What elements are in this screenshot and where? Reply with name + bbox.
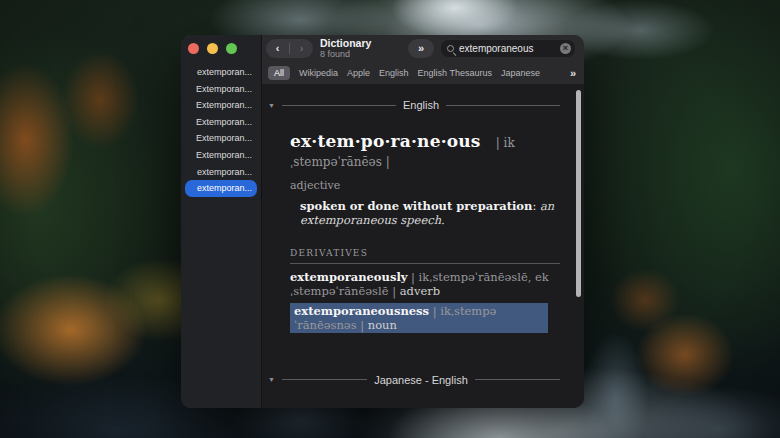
definition-content: ▼ English ex·tem·po·ra·ne·ous | ikˌstemp… [262,85,584,408]
back-button[interactable]: ‹ [266,39,289,58]
window-header: ‹ › Dictionary 8 found » × All Wiki [262,35,584,85]
section-label: English [403,99,439,111]
results-sidebar: extemporan... Extemporan... Extemporan..… [181,35,262,408]
derivative-word: extemporaneousness [294,304,429,318]
results-list: extemporan... Extemporan... Extemporan..… [181,64,261,197]
headword-row: ex·tem·po·ra·ne·ous | ikˌstempəˈrānēəs | [290,131,560,170]
derivative-entry: extemporaneously | ikˌstempəˈrānēəslē, e… [290,270,575,299]
title-block: Dictionary 8 found [320,38,371,60]
section-header-english: ▼ English [268,99,560,111]
dictionary-tabs: All Wikipedia Apple English English Thes… [262,62,584,85]
tab-wikipedia[interactable]: Wikipedia [299,68,338,78]
tab-japanese[interactable]: Japanese [501,68,540,78]
definition: spoken or done without preparation: an e… [290,199,560,227]
traffic-lights [181,35,261,62]
toolbar: ‹ › Dictionary 8 found » × [262,35,584,62]
close-window-button[interactable] [188,43,199,54]
disclosure-triangle-icon[interactable]: ▼ [268,376,275,383]
result-item[interactable]: Extemporan... [185,97,257,114]
minimize-window-button[interactable] [207,43,218,54]
derivatives-rule [290,263,560,264]
clear-search-icon[interactable]: × [560,43,571,54]
search-input[interactable] [459,43,560,54]
result-item[interactable]: Extemporan... [185,81,257,98]
tab-english-thesaurus[interactable]: English Thesaurus [418,68,492,78]
window-title: Dictionary [320,38,371,49]
tab-apple[interactable]: Apple [347,68,370,78]
result-item[interactable]: Extemporan... [185,147,257,164]
headword: ex·tem·po·ra·ne·ous [290,131,481,151]
result-item[interactable]: Extemporan... [185,130,257,147]
part-of-speech: adjective [290,179,560,192]
zoom-window-button[interactable] [226,43,237,54]
derivative-word: extemporaneously [290,270,407,284]
definition-separator: : [532,199,540,213]
section-header-japanese: ▼ Japanese - English [268,374,560,386]
dictionary-window: extemporan... Extemporan... Extemporan..… [181,35,584,408]
definition-text: spoken or done without preparation [300,199,532,213]
result-item[interactable]: extemporan... [185,64,257,81]
nav-buttons: ‹ › [266,39,313,58]
section-label: Japanese - English [374,374,468,386]
search-icon [447,45,454,52]
results-count: 8 found [320,50,371,59]
main-area: ‹ › Dictionary 8 found » × All Wiki [262,35,584,408]
tab-all[interactable]: All [268,66,290,80]
derivative-pos: adverb [400,284,440,298]
result-item-selected[interactable]: extemporan... [185,180,257,197]
derivatives-label: DERIVATIVES [290,248,560,258]
result-item[interactable]: extemporan... [185,164,257,181]
tabs-overflow-icon[interactable]: » [570,67,576,79]
result-item[interactable]: Extemporan... [185,114,257,131]
scrollbar-thumb[interactable] [576,90,581,297]
forward-button[interactable]: › [290,39,313,58]
search-field[interactable]: × [440,39,576,58]
expand-sidebar-button[interactable]: » [408,39,434,58]
tab-english[interactable]: English [379,68,409,78]
derivative-entry-highlighted[interactable]: extemporaneousness | ikˌstempəˈrānēəsnəs… [290,303,548,333]
disclosure-triangle-icon[interactable]: ▼ [268,102,275,109]
derivative-pos: noun [368,318,397,332]
